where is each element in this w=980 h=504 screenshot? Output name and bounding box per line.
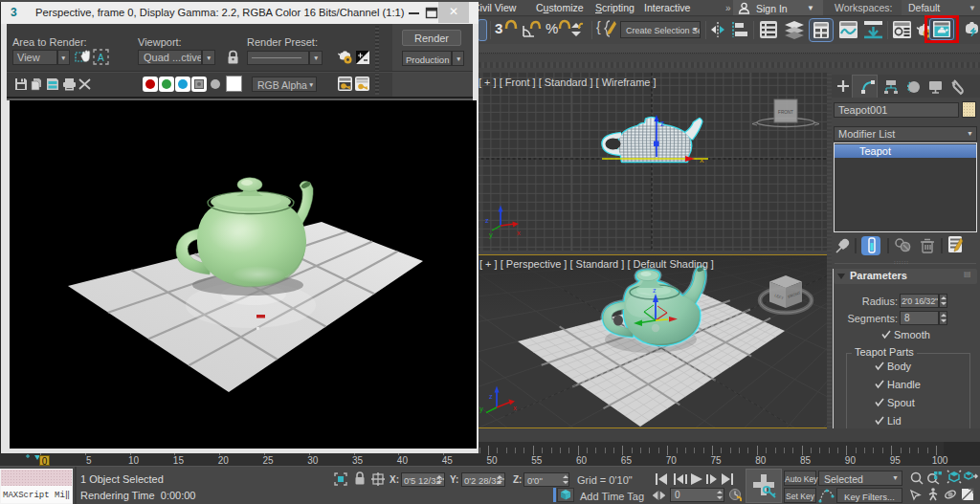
svg-text:z: z [660,119,665,128]
svg-text:z: z [485,216,489,225]
svg-text:y: y [489,230,493,239]
svg-text:A: A [98,53,104,63]
svg-text:z: z [653,287,657,294]
svg-text:z: z [489,392,493,401]
svg-text:y: y [479,405,483,413]
svg-text:x: x [513,404,517,412]
svg-text:x: x [700,155,704,164]
svg-text:x: x [517,229,521,237]
svg-text:FRONT: FRONT [778,110,793,115]
